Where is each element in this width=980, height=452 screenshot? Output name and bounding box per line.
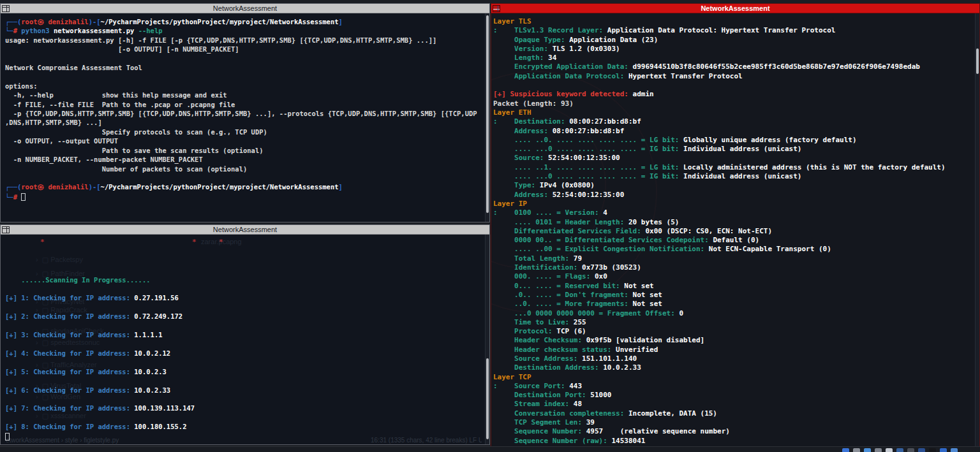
taskbar-app-icon[interactable] xyxy=(875,448,882,452)
scrollbar-thumb[interactable] xyxy=(486,358,489,439)
taskbar-app-icon[interactable] xyxy=(951,448,958,452)
terminal-line xyxy=(5,173,483,182)
terminal-text: Layer TCP xyxy=(493,373,531,381)
terminal-line: Network Compromise Assessment Tool xyxy=(5,63,483,72)
taskbar-app-icon[interactable] xyxy=(853,448,860,452)
terminal-text: admin xyxy=(633,90,654,98)
scrollbar-thumb[interactable] xyxy=(486,15,489,213)
terminal-line: └─# xyxy=(5,192,483,201)
terminal-text: [+] 4: Checking for IP address: xyxy=(5,349,134,357)
terminal-line: [+] 1: Checking for IP address: 0.27.191… xyxy=(5,293,483,302)
taskbar-icons[interactable] xyxy=(842,448,958,452)
terminal-text: 000. .... = Flags: xyxy=(493,272,595,281)
terminal-text: d996944510b3f8c80646f55b2cee985ff3c60d5b… xyxy=(633,62,920,71)
taskbar-app-icon[interactable] xyxy=(940,448,947,452)
taskbar-app-icon[interactable] xyxy=(864,448,871,452)
terminal-text: networkassessment.py xyxy=(54,27,138,34)
terminal-text: ] xyxy=(339,18,343,26)
terminal-content-packets[interactable]: Layer TLS: TLSv1.3 Record Layer: Applica… xyxy=(491,13,979,446)
terminal-text: [+] 8: Checking for IP address: xyxy=(5,423,134,430)
terminal-text: Stream index: xyxy=(493,400,574,408)
taskbar-app-icon[interactable] xyxy=(907,448,914,452)
terminal-text: 39 xyxy=(586,418,595,426)
terminal-line: Identification: 0x773b (30523) xyxy=(493,263,973,272)
taskbar-app-icon[interactable] xyxy=(929,448,936,452)
terminal-line: Encrypted Application Data: d996944510b3… xyxy=(493,62,973,71)
taskbar[interactable] xyxy=(0,446,980,452)
terminal-text: 10.0.2.33 xyxy=(134,386,170,394)
titlebar-packets[interactable]: NetworkAssessment xyxy=(491,4,979,13)
terminal-text: Not ECN-Capable Transport (0) xyxy=(709,245,831,253)
titlebar-scan[interactable]: NetworkAssessment xyxy=(1,225,489,235)
terminal-text: Protocol: xyxy=(493,327,556,335)
ghost-statusbar: etworkAssessment › style › figletstyle.p… xyxy=(6,437,482,444)
terminal-line: └─# python3 networkassessment.py --help xyxy=(5,26,483,35)
terminal-text: ] xyxy=(339,183,343,191)
terminal-line xyxy=(5,395,483,404)
taskbar-app-icon[interactable] xyxy=(918,448,925,452)
terminal-line: -h, --help show this help message and ex… xyxy=(5,91,483,99)
terminal-text: [+] 6: Checking for IP address: xyxy=(5,386,134,394)
terminal-line: Header Checksum: 0x9f5b [validation disa… xyxy=(493,336,973,345)
terminal-text: : 0100 .... = Version: xyxy=(493,208,603,217)
terminal-text: 100.180.155.2 xyxy=(134,423,186,430)
terminal-text: Length: xyxy=(493,54,548,62)
terminal-line: Layer TLS xyxy=(493,17,973,26)
terminal-text: 0x00 (DSCP: CS0, ECN: Not-ECT) xyxy=(645,227,772,235)
terminal-line: Number of packets to scan (optional) xyxy=(5,164,483,173)
taskbar-app-icon[interactable] xyxy=(842,448,849,452)
scrollbar[interactable] xyxy=(485,235,489,444)
terminal-line: .... 0101 = Header Length: 20 bytes (5) xyxy=(493,218,973,227)
scrollbar[interactable] xyxy=(485,13,489,222)
terminal-line xyxy=(5,72,483,81)
terminal-line: Address: 08:00:27:bb:d8:bf xyxy=(493,127,973,136)
terminal-text: Destination Address: xyxy=(493,363,603,372)
terminal-text: Not set xyxy=(633,300,662,308)
terminal-text: root㉿ denizhalil xyxy=(21,183,88,191)
terminal-line: .... ..0. .... .... .... .... = LG bit: … xyxy=(493,136,973,145)
terminal-text: -h, --help show this help message and ex… xyxy=(5,91,227,99)
window-menu-icon[interactable] xyxy=(2,5,10,12)
terminal-line: : TLSv1.3 Record Layer: Application Data… xyxy=(493,26,973,35)
terminal-line: Packet (Length: 93) xyxy=(493,99,973,108)
terminal-text: 34 xyxy=(548,54,556,62)
terminal-text: Type: xyxy=(493,181,540,189)
terminal-text: .... ...0 .... .... .... .... = IG bit: xyxy=(493,145,683,153)
terminal-line: Time to Live: 255 xyxy=(493,318,973,327)
taskbar-app-icon[interactable] xyxy=(896,448,903,452)
terminal-line: : 0100 .... = Version: 4 xyxy=(493,208,973,217)
terminal-cursor xyxy=(21,193,26,201)
terminal-text: Network Compromise Assessment Tool xyxy=(5,64,142,71)
terminal-text: .... ...0 .... .... .... .... = IG bit: xyxy=(493,172,683,180)
terminal-text: 0x0 xyxy=(595,272,607,281)
terminal-line: [+] 5: Checking for IP address: 10.0.2.3 xyxy=(5,367,483,376)
terminal-text: )-[ xyxy=(89,18,101,26)
terminal-line: ...0 0000 0000 0000 = Fragment Offset: 0 xyxy=(493,309,973,318)
window-menu-icon[interactable] xyxy=(2,226,10,233)
terminal-line: Type: IPv4 (0x0800) xyxy=(493,181,973,190)
terminal-text: .0.. .... = Don't fragment: xyxy=(493,291,633,299)
terminal-text: Layer IP xyxy=(493,200,527,208)
terminal-line: .... ...0 .... .... .... .... = IG bit: … xyxy=(493,145,973,154)
terminal-text: Hypertext Transfer Protocol xyxy=(628,72,743,80)
terminal-text: 0.72.249.172 xyxy=(134,312,182,320)
terminal-content-scan[interactable]: ***zarar.pcapng› ▢ Packetspy› ▢ PathFind… xyxy=(1,235,489,444)
terminal-text: Path to save the scan results (optional) xyxy=(5,147,264,154)
titlebar-help[interactable]: NetworkAssessment xyxy=(1,4,489,13)
terminal-text: 255 xyxy=(574,318,586,326)
terminal-line: Total Length: 79 xyxy=(493,254,973,263)
taskbar-app-icon[interactable] xyxy=(886,448,893,452)
terminal-content-help[interactable]: ┌──(root㉿ denizhalil)-[~/PycharmProjects… xyxy=(1,13,489,222)
window-menu-icon[interactable] xyxy=(493,5,500,12)
terminal-line: Destination Address: 10.0.2.33 xyxy=(493,363,973,372)
scrollbar-thumb[interactable] xyxy=(976,48,979,74)
desktop: NetworkAssessment ┌──(root㉿ denizhalil)-… xyxy=(0,0,980,452)
terminal-line: Path to save the scan results (optional) xyxy=(5,146,483,155)
terminal-line: Differentiated Services Field: 0x00 (DSC… xyxy=(493,227,973,236)
terminal-text: 0... .... = Reserved bit: xyxy=(493,282,624,290)
scrollbar[interactable] xyxy=(975,13,979,446)
terminal-text: Version: xyxy=(493,45,553,53)
ghost-editor-stats: 16:31 (1335 chars, 42 line breaks) LF UT… xyxy=(371,437,482,444)
terminal-line: Length: 34 xyxy=(493,54,973,62)
terminal-text: Locally administered address (this is NO… xyxy=(683,163,946,171)
